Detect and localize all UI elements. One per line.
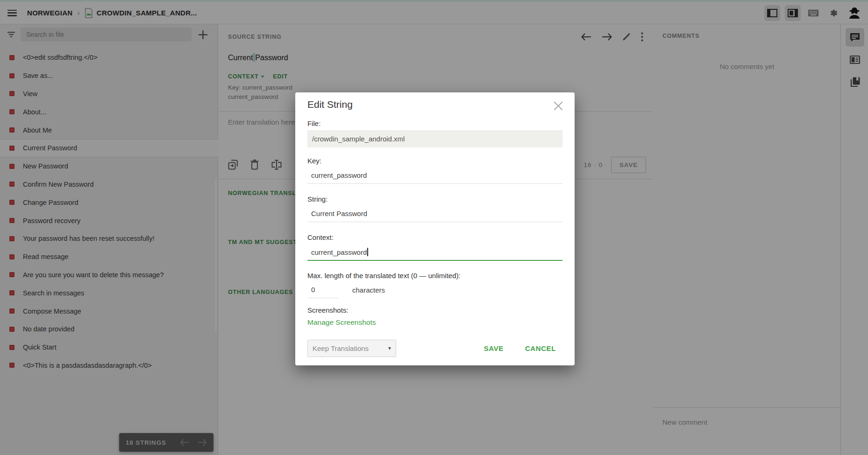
dialog-title: Edit String <box>307 99 353 110</box>
manage-screenshots-link[interactable]: Manage Screenshots <box>307 318 376 327</box>
edit-string-dialog: Edit String File: /crowdin_sample_androi… <box>295 92 575 365</box>
string-label: String: <box>307 195 327 203</box>
key-label: Key: <box>307 157 321 165</box>
select-caret-icon: ▾ <box>388 345 391 351</box>
characters-label: characters <box>352 286 385 294</box>
screenshots-label: Screenshots: <box>307 306 349 314</box>
context-label: Context: <box>307 233 334 241</box>
key-input[interactable] <box>307 168 562 184</box>
dialog-save-button[interactable]: SAVE <box>484 344 504 352</box>
max-length-label: Max. length of the translated text (0 — … <box>307 272 461 280</box>
context-input[interactable]: current_password <box>307 245 562 261</box>
crowdin-editor: NORWEGIAN › CROWDIN_SAMPLE_ANDR... <box>0 0 868 455</box>
file-value-field: /crowdin_sample_android.xml <box>307 130 562 147</box>
close-icon[interactable] <box>552 100 564 112</box>
string-input[interactable] <box>307 207 562 222</box>
dialog-cancel-button[interactable]: CANCEL <box>525 344 556 352</box>
text-cursor <box>367 248 368 256</box>
keep-translations-select[interactable]: Keep Translations ▾ <box>307 340 396 357</box>
file-label: File: <box>307 119 320 127</box>
max-length-input[interactable] <box>307 283 338 298</box>
